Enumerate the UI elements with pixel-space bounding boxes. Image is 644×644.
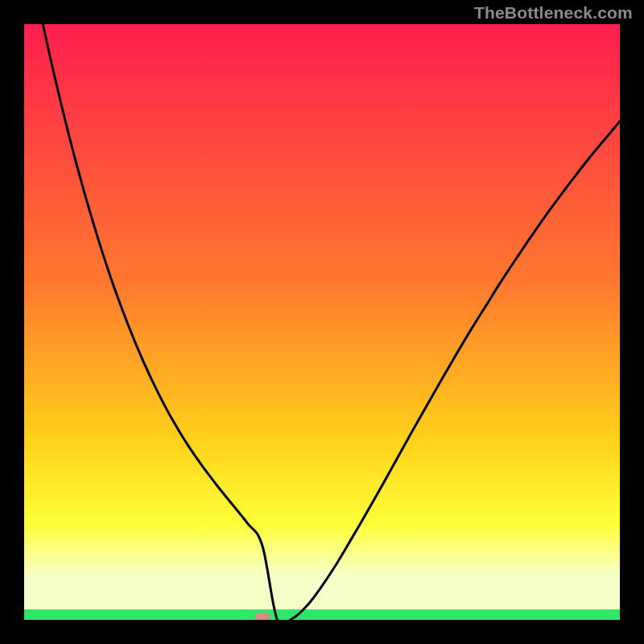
minimum-marker [255,613,270,620]
chart-frame: TheBottleneck.com [0,0,644,644]
watermark-text: TheBottleneck.com [474,3,633,23]
bottleneck-curve [24,24,620,620]
plot-area [24,24,620,620]
